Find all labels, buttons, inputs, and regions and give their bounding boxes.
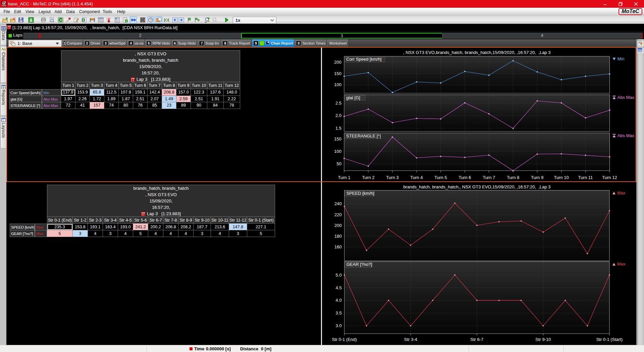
overlay-windows-icon[interactable] [155, 16, 162, 23]
report-cell[interactable]: 193.0 [118, 224, 133, 230]
report-cell[interactable]: 1.87 [119, 96, 133, 103]
report-cell[interactable]: 1.72 [90, 96, 104, 103]
zoom-out-icon[interactable] [212, 17, 218, 23]
close-button[interactable] [630, 0, 642, 8]
worksheet-tab-track-report[interactable]: 8Track Report [221, 39, 252, 47]
worksheet-tab-driver[interactable]: 2Driver [83, 39, 102, 47]
report-cell[interactable]: 2.22 [224, 96, 240, 103]
report-cell[interactable]: 142.4 [148, 89, 162, 96]
worksheet-tab-susp-histo[interactable]: 6Susp Histo [171, 39, 197, 47]
report-cell[interactable]: 137.8 [61, 89, 75, 96]
report-cell[interactable]: 153.8 [73, 224, 88, 230]
report-cell[interactable]: 193.1 [88, 224, 103, 230]
report-cell[interactable]: 41 [75, 102, 90, 109]
report-cell[interactable]: 200.2 [148, 224, 163, 230]
report-cell[interactable]: 137.6 [207, 89, 224, 96]
report-cell[interactable]: 78 [224, 102, 240, 109]
report-cell[interactable]: 89 [176, 102, 191, 109]
next-lap-icon[interactable] [178, 17, 184, 23]
report-cell[interactable]: 213.6 [211, 224, 229, 230]
sidebar-tab-reports[interactable]: Reports [0, 83, 7, 116]
worksheet-tab-wheelspd[interactable]: 3wheelSpd [102, 39, 127, 47]
flag-icon[interactable] [186, 17, 193, 23]
worksheet-tab-compare[interactable]: 1Compare [62, 39, 83, 47]
report-cell[interactable]: 157.0 [176, 89, 191, 96]
report-cell[interactable]: 3 [73, 230, 88, 237]
report-cell[interactable]: 80 [119, 102, 133, 109]
edit-icon[interactable] [73, 17, 79, 23]
report-cell[interactable]: 4 [148, 230, 163, 237]
lap-section[interactable] [23, 33, 39, 39]
verify-icon[interactable] [122, 17, 128, 23]
menu-component[interactable]: Component [79, 9, 100, 14]
lap-section-4[interactable]: 4 [442, 33, 643, 39]
report-cell[interactable]: 163.4 [103, 224, 118, 230]
report-cell[interactable]: 2.59 [176, 96, 191, 103]
menu-tools[interactable]: Tools [103, 9, 112, 14]
report-cell[interactable]: 76 [133, 102, 148, 109]
import-icon[interactable] [28, 17, 34, 23]
report-cell[interactable]: 90 [191, 102, 207, 109]
report-cell[interactable]: 3 [103, 230, 118, 237]
report-cell[interactable]: 157 [90, 102, 104, 109]
report-cell[interactable]: 65.8 [90, 89, 104, 96]
report-cell[interactable]: 4 [88, 230, 103, 237]
zoom-select[interactable]: 1x [233, 17, 276, 24]
report-cell[interactable]: 159.1 [133, 89, 148, 96]
dart-icon[interactable] [65, 17, 71, 23]
print-icon[interactable] [40, 17, 46, 23]
prev-lap-icon[interactable] [172, 17, 178, 23]
report-cell[interactable]: 4 [118, 230, 133, 237]
report-cell[interactable]: 107.9 [119, 89, 133, 96]
report-cell[interactable]: 1.91 [207, 96, 224, 103]
report-cell[interactable]: 1.97 [61, 96, 75, 103]
report-cell[interactable]: 2.51 [133, 96, 148, 103]
close-file-icon[interactable] [10, 17, 16, 23]
sidebar-tab-channels[interactable]: Channels [0, 46, 7, 83]
report-cell[interactable]: 4 [211, 230, 229, 237]
report-cell[interactable]: 5 [247, 230, 275, 237]
lap-section-2[interactable]: 2 [39, 33, 241, 39]
worksheet-selector[interactable]: 1: Base [8, 40, 62, 47]
worksheet-tab-us-os[interactable]: 4us-os [127, 39, 145, 47]
add-report-button[interactable] [637, 40, 644, 47]
report-cell[interactable]: 2.26 [75, 96, 90, 103]
export-excel-icon[interactable] [81, 17, 87, 23]
report-cell[interactable]: 5 [133, 230, 148, 237]
sidebar-tab-data[interactable]: Data [0, 25, 7, 45]
report-cell[interactable]: 206.8 [163, 224, 178, 230]
report-cell[interactable]: 23 [162, 102, 176, 109]
menu-layout[interactable]: Layout [39, 9, 51, 14]
properties-button[interactable] [637, 47, 644, 54]
report-cell[interactable]: 2.07 [148, 96, 162, 103]
report-cell[interactable]: 2.51 [191, 96, 207, 103]
menu-data[interactable]: Data [66, 9, 75, 14]
report-cell[interactable]: 1.49 [162, 96, 176, 103]
worksheet-tab-section-times[interactable]: 0Section Times [294, 39, 327, 47]
add-flag-icon[interactable] [194, 17, 200, 23]
refresh-icon[interactable] [57, 17, 63, 23]
report-cell[interactable]: 4 [178, 230, 194, 237]
report-cell[interactable]: 1.89 [104, 96, 119, 103]
windows-grid-icon[interactable] [140, 17, 146, 23]
temperature-icon[interactable] [106, 17, 112, 23]
menu-add[interactable]: Add [55, 9, 62, 14]
time-display-icon[interactable] [147, 16, 154, 23]
report-cell[interactable]: 227.1 [247, 224, 275, 230]
menu-view[interactable]: View [25, 9, 34, 14]
video-sync-icon[interactable] [163, 17, 169, 23]
table-icon[interactable] [98, 17, 104, 23]
play-icon[interactable] [224, 17, 230, 23]
report-cell[interactable]: 206.8 [162, 89, 176, 96]
restore-button[interactable] [615, 0, 626, 8]
report-cell[interactable]: 74 [104, 102, 119, 109]
report-cell[interactable]: 3 [229, 230, 247, 237]
report-cell[interactable]: 153.9 [75, 89, 90, 96]
menu-file[interactable]: File [4, 9, 10, 14]
worksheet-tab-susp-trv[interactable]: 7Susp trv [197, 39, 221, 47]
lap-section-3[interactable]: 3 [241, 33, 442, 39]
report-cell[interactable]: 187.7 [194, 224, 211, 230]
menu-edit[interactable]: Edit [14, 9, 21, 14]
report-cell[interactable]: 122.3 [191, 89, 207, 96]
report-cell[interactable]: 72 [61, 102, 75, 109]
